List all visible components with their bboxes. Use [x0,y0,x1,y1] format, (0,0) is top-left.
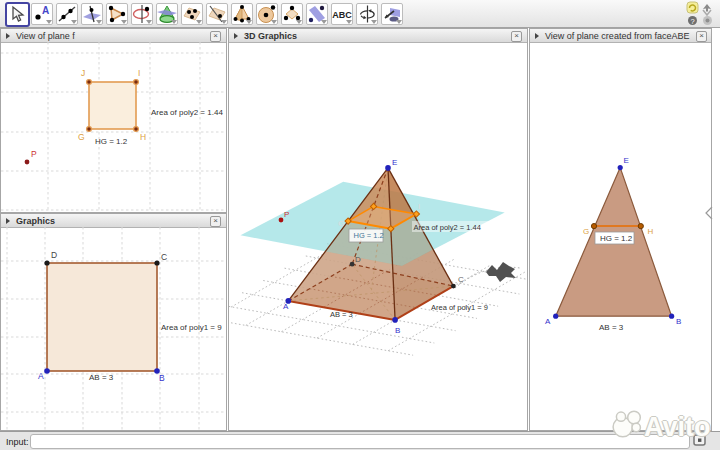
svg-text:A: A [545,317,551,326]
svg-text:A: A [42,5,49,16]
svg-text:C: C [161,252,167,262]
svg-text:I: I [418,202,420,211]
svg-text:HG = 1.2: HG = 1.2 [95,137,128,146]
svg-text:?: ? [690,17,694,26]
svg-text:HG = 1.2: HG = 1.2 [600,234,633,243]
svg-text:D: D [355,255,361,264]
svg-text:AB = 3: AB = 3 [89,373,114,382]
svg-text:G: G [338,219,344,228]
svg-text:ABC: ABC [332,10,352,20]
svg-text:Area of poly2 = 1.44: Area of poly2 = 1.44 [151,108,223,117]
svg-text:AB = 3: AB = 3 [330,310,353,319]
svg-text:G: G [78,132,85,142]
svg-text:Area of poly2 = 1.44: Area of poly2 = 1.44 [414,223,481,232]
svg-text:A: A [283,302,289,311]
svg-text:B: B [159,373,165,383]
svg-text:Area of poly1 = 9: Area of poly1 = 9 [431,303,488,312]
svg-text:HG = 1.2: HG = 1.2 [354,231,384,240]
svg-text:B: B [676,317,681,326]
svg-text:P: P [284,210,289,219]
svg-text:C: C [458,275,464,284]
svg-text:G: G [583,227,589,236]
svg-text:J: J [81,68,85,78]
svg-text:A: A [38,371,44,381]
svg-text:P: P [31,149,37,159]
svg-text:E: E [392,158,397,167]
svg-text:Avito: Avito [644,412,711,442]
svg-text:Area of poly1 = 9: Area of poly1 = 9 [161,323,222,332]
svg-text:H: H [648,227,654,236]
svg-text:E: E [624,156,629,165]
svg-text:B: B [395,326,400,335]
svg-text:H: H [140,132,146,142]
svg-text:I: I [138,68,140,78]
svg-text:AB = 3: AB = 3 [599,323,624,332]
svg-text:D: D [51,250,57,260]
